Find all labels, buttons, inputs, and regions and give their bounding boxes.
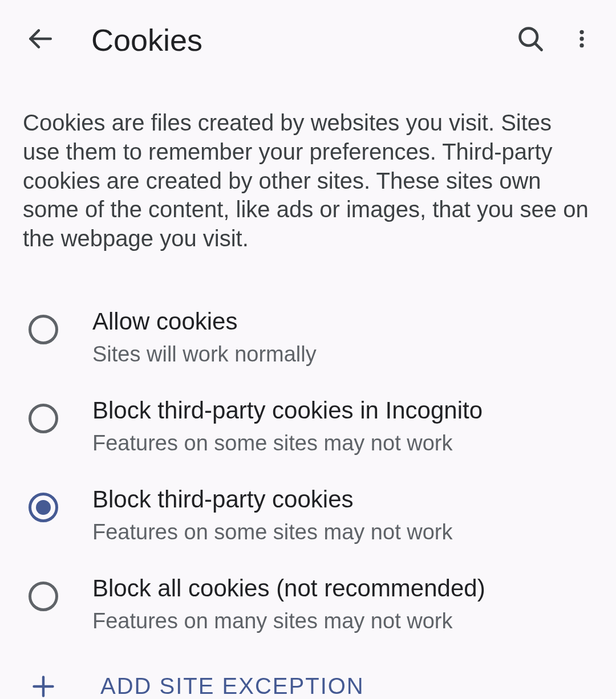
option-title: Block third-party cookies <box>92 485 593 515</box>
add-site-exception-label: ADD SITE EXCEPTION <box>100 673 364 699</box>
overflow-menu-button[interactable] <box>559 17 605 63</box>
radio-button[interactable] <box>29 404 58 433</box>
svg-line-2 <box>535 43 542 50</box>
arrow-left-icon <box>26 25 54 55</box>
option-block-third-party[interactable]: Block third-party cookies Features on so… <box>0 471 616 560</box>
cookies-description: Cookies are files created by websites yo… <box>0 80 616 270</box>
option-subtitle: Features on some sites may not work <box>92 430 593 457</box>
option-block-third-party-incognito[interactable]: Block third-party cookies in Incognito F… <box>0 382 616 471</box>
svg-point-3 <box>579 30 583 34</box>
search-button[interactable] <box>508 17 553 63</box>
option-block-all-cookies[interactable]: Block all cookies (not recommended) Feat… <box>0 560 616 649</box>
option-subtitle: Features on some sites may not work <box>92 519 593 546</box>
option-title: Block third-party cookies in Incognito <box>92 396 593 426</box>
option-subtitle: Sites will work normally <box>92 341 593 368</box>
radio-button[interactable] <box>29 582 58 611</box>
plus-icon <box>29 672 58 699</box>
svg-point-5 <box>579 43 583 47</box>
page-title: Cookies <box>91 22 502 58</box>
radio-button[interactable] <box>29 315 58 344</box>
back-button[interactable] <box>17 17 63 63</box>
option-subtitle: Features on many sites may not work <box>92 608 593 635</box>
option-title: Block all cookies (not recommended) <box>92 574 593 604</box>
cookie-options-group: Allow cookies Sites will work normally B… <box>0 270 616 649</box>
option-allow-cookies[interactable]: Allow cookies Sites will work normally <box>0 293 616 382</box>
more-vert-icon <box>570 24 593 56</box>
radio-button[interactable] <box>29 493 58 522</box>
search-icon <box>516 24 545 56</box>
option-title: Allow cookies <box>92 307 593 337</box>
add-site-exception-button[interactable]: ADD SITE EXCEPTION <box>0 649 616 699</box>
svg-point-4 <box>579 36 583 40</box>
